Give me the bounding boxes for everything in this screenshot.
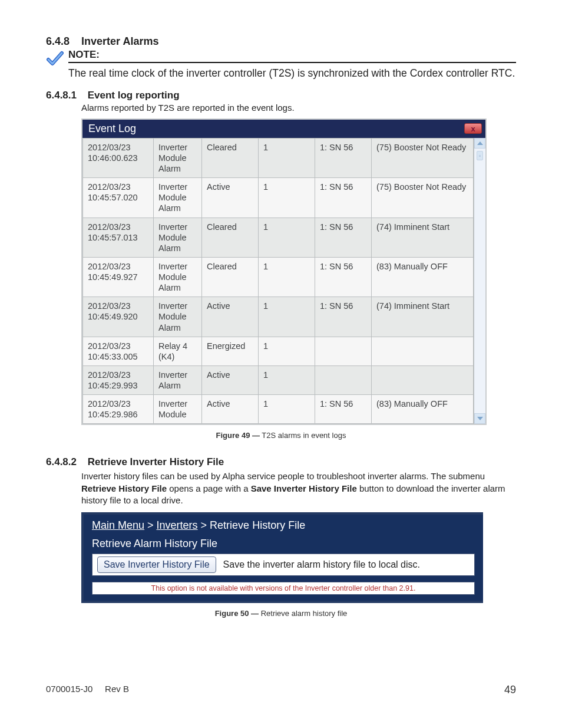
breadcrumb-sep: > (198, 519, 210, 531)
cell-type: Relay 4 (K4) (154, 337, 202, 365)
cell-timestamp: 2012/03/23 10:45:49.920 (83, 297, 154, 337)
event-log-panel: Event Log x 2012/03/23 10:46:00.623Inver… (81, 118, 487, 426)
cell-sn: 1: SN 56 (315, 178, 372, 218)
table-row[interactable]: 2012/03/23 10:45:29.986Inverter ModuleAc… (83, 395, 474, 424)
cell-id: 1 (259, 178, 315, 218)
cell-timestamp: 2012/03/23 10:45:49.927 (83, 257, 154, 297)
cell-id: 1 (259, 395, 315, 424)
body-text-6482: Inverter history files can be used by Al… (81, 470, 516, 506)
retrieve-section-title: Retrieve Alarm History File (84, 535, 483, 554)
cell-state: Cleared (202, 218, 259, 257)
breadcrumb-current: Retrieve History File (210, 519, 305, 531)
section-heading-648: 6.4.8 Inverter Alarms (46, 35, 516, 48)
scrollbar[interactable] (474, 138, 485, 424)
cell-type: Inverter Module Alarm (154, 297, 202, 337)
cell-sn: 1: SN 56 (315, 297, 372, 337)
section-title: Event log reporting (88, 90, 180, 101)
section-number: 6.4.8 (46, 35, 70, 47)
cell-desc: (75) Booster Not Ready (372, 178, 474, 218)
cell-timestamp: 2012/03/23 10:45:29.993 (83, 365, 154, 394)
doc-id: 0700015-J0 (46, 684, 92, 694)
breadcrumb: Main Menu > Inverters > Retrieve History… (84, 519, 483, 535)
check-icon (46, 50, 64, 69)
table-row[interactable]: 2012/03/23 10:45:33.005Relay 4 (K4)Energ… (83, 337, 474, 365)
cell-desc: (74) Imminent Start (372, 218, 474, 257)
button-bar: Save Inverter History File Save the inve… (92, 554, 475, 576)
cell-desc: (74) Imminent Start (372, 297, 474, 337)
cell-state: Active (202, 178, 259, 218)
figure-text: Retrieve alarm history file (259, 609, 347, 618)
table-row[interactable]: 2012/03/23 10:45:57.013Inverter Module A… (83, 218, 474, 257)
table-row[interactable]: 2012/03/23 10:45:49.927Inverter Module A… (83, 257, 474, 297)
save-inverter-history-button[interactable]: Save Inverter History File (97, 556, 216, 573)
section-number: 6.4.8.2 (46, 456, 77, 468)
event-log-title: Event Log (88, 123, 136, 135)
cell-desc (372, 337, 474, 365)
figure-label: Figure 50 — (215, 609, 259, 618)
page-footer: 0700015-J0 Rev B 49 (46, 684, 516, 696)
save-description: Save the inverter alarm history file to … (223, 559, 420, 570)
section-number: 6.4.8.1 (46, 90, 77, 101)
breadcrumb-main-menu[interactable]: Main Menu (92, 519, 144, 531)
section-heading-6482: 6.4.8.2 Retrieve Inverter History File (46, 456, 516, 468)
cell-desc: (75) Booster Not Ready (372, 138, 474, 177)
scroll-down-button[interactable] (474, 413, 485, 424)
cell-id: 1 (259, 297, 315, 337)
cell-state: Active (202, 297, 259, 337)
cell-sn: 1: SN 56 (315, 218, 372, 257)
cell-id: 1 (259, 218, 315, 257)
note-body: The real time clock of the inverter cont… (68, 67, 516, 80)
scroll-thumb[interactable] (477, 151, 483, 160)
cell-timestamp: 2012/03/23 10:46:00.623 (83, 138, 154, 177)
cell-type: Inverter Module Alarm (154, 218, 202, 257)
cell-state: Cleared (202, 257, 259, 297)
cell-desc (372, 365, 474, 394)
cell-type: Inverter Alarm (154, 365, 202, 394)
cell-id: 1 (259, 138, 315, 177)
cell-state: Active (202, 395, 259, 424)
close-icon: x (471, 124, 475, 133)
scroll-up-button[interactable] (474, 138, 485, 149)
cell-sn (315, 365, 372, 394)
disclaimer-text: This option is not available with versio… (92, 582, 475, 595)
cell-type: Inverter Module Alarm (154, 257, 202, 297)
cell-timestamp: 2012/03/23 10:45:57.020 (83, 178, 154, 218)
figure-text: T2S alarms in event logs (260, 431, 346, 440)
chevron-up-icon (477, 141, 483, 145)
lead-text-6481: Alarms reported by T2S are reported in t… (81, 103, 516, 113)
table-row[interactable]: 2012/03/23 10:45:57.020Inverter Module A… (83, 178, 474, 218)
page-number: 49 (504, 684, 516, 696)
table-row[interactable]: 2012/03/23 10:46:00.623Inverter Module A… (83, 138, 474, 177)
cell-sn (315, 337, 372, 365)
figure-50-caption: Figure 50 — Retrieve alarm history file (46, 609, 516, 618)
breadcrumb-inverters[interactable]: Inverters (157, 519, 198, 531)
cell-sn: 1: SN 56 (315, 138, 372, 177)
cell-sn: 1: SN 56 (315, 395, 372, 424)
cell-state: Energized (202, 337, 259, 365)
figure-49-caption: Figure 49 — T2S alarms in event logs (46, 431, 516, 440)
close-button[interactable]: x (464, 123, 482, 134)
cell-type: Inverter Module Alarm (154, 178, 202, 218)
table-row[interactable]: 2012/03/23 10:45:49.920Inverter Module A… (83, 297, 474, 337)
cell-type: Inverter Module (154, 395, 202, 424)
doc-rev: Rev B (105, 684, 129, 694)
cell-state: Cleared (202, 138, 259, 177)
cell-sn: 1: SN 56 (315, 257, 372, 297)
cell-type: Inverter Module Alarm (154, 138, 202, 177)
cell-timestamp: 2012/03/23 10:45:33.005 (83, 337, 154, 365)
table-row[interactable]: 2012/03/23 10:45:29.993Inverter AlarmAct… (83, 365, 474, 394)
section-heading-6481: 6.4.8.1 Event log reporting (46, 90, 516, 101)
cell-desc: (83) Manually OFF (372, 257, 474, 297)
cell-desc: (83) Manually OFF (372, 395, 474, 424)
note-label: NOTE: (68, 49, 516, 63)
breadcrumb-sep: > (144, 519, 157, 531)
chevron-down-icon (477, 417, 483, 420)
cell-state: Active (202, 365, 259, 394)
section-title: Retrieve Inverter History File (88, 456, 224, 468)
footer-left: 0700015-J0 Rev B (46, 684, 129, 696)
cell-timestamp: 2012/03/23 10:45:57.013 (83, 218, 154, 257)
retrieve-panel: Main Menu > Inverters > Retrieve History… (81, 512, 483, 603)
cell-id: 1 (259, 257, 315, 297)
cell-timestamp: 2012/03/23 10:45:29.986 (83, 395, 154, 424)
cell-id: 1 (259, 365, 315, 394)
